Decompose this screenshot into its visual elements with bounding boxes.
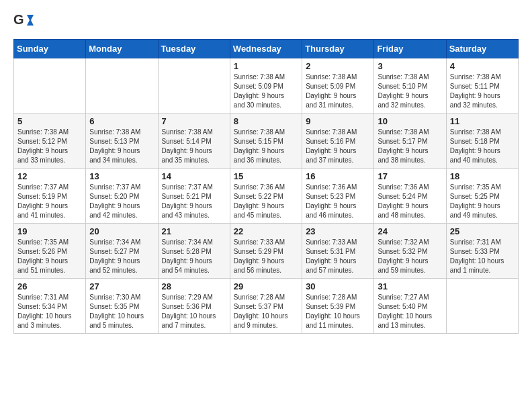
calendar-cell: 9Sunrise: 7:38 AMSunset: 5:16 PMDaylight… [302,113,374,169]
day-number: 9 [306,116,370,126]
calendar-cell: 21Sunrise: 7:34 AMSunset: 5:28 PMDayligh… [158,224,230,279]
calendar-cell [86,58,158,113]
logo-icon: G [13,11,35,32]
day-number: 13 [89,171,154,181]
day-info: Sunrise: 7:38 AMSunset: 5:15 PMDaylight:… [234,128,298,165]
calendar-cell: 28Sunrise: 7:29 AMSunset: 5:36 PMDayligh… [158,279,230,334]
day-number: 11 [450,116,515,126]
day-number: 30 [306,281,370,291]
day-info: Sunrise: 7:35 AMSunset: 5:25 PMDaylight:… [450,183,515,220]
calendar-cell: 1Sunrise: 7:38 AMSunset: 5:09 PMDaylight… [230,58,302,113]
calendar-cell [14,58,86,113]
calendar-cell: 30Sunrise: 7:28 AMSunset: 5:39 PMDayligh… [302,279,374,334]
calendar-cell: 17Sunrise: 7:36 AMSunset: 5:24 PMDayligh… [374,169,446,224]
calendar-cell: 6Sunrise: 7:38 AMSunset: 5:13 PMDaylight… [86,113,158,169]
day-number: 29 [234,281,298,291]
calendar-week-row: 12Sunrise: 7:37 AMSunset: 5:19 PMDayligh… [14,169,519,224]
calendar-cell: 31Sunrise: 7:27 AMSunset: 5:40 PMDayligh… [374,279,446,334]
day-number: 12 [17,171,82,181]
day-number: 23 [306,226,370,236]
calendar-cell: 3Sunrise: 7:38 AMSunset: 5:10 PMDaylight… [374,58,446,113]
calendar-cell: 14Sunrise: 7:37 AMSunset: 5:21 PMDayligh… [158,169,230,224]
day-info: Sunrise: 7:36 AMSunset: 5:23 PMDaylight:… [306,183,370,220]
weekday-header: Saturday [446,40,518,58]
calendar-cell: 19Sunrise: 7:35 AMSunset: 5:26 PMDayligh… [14,224,86,279]
day-info: Sunrise: 7:30 AMSunset: 5:35 PMDaylight:… [89,293,154,330]
calendar-cell: 13Sunrise: 7:37 AMSunset: 5:20 PMDayligh… [86,169,158,224]
day-info: Sunrise: 7:37 AMSunset: 5:19 PMDaylight:… [17,183,82,220]
day-info: Sunrise: 7:38 AMSunset: 5:17 PMDaylight:… [378,128,442,165]
calendar-cell: 12Sunrise: 7:37 AMSunset: 5:19 PMDayligh… [14,169,86,224]
day-info: Sunrise: 7:38 AMSunset: 5:11 PMDaylight:… [450,73,515,110]
calendar-cell: 16Sunrise: 7:36 AMSunset: 5:23 PMDayligh… [302,169,374,224]
weekday-header: Tuesday [158,40,230,58]
day-number: 7 [162,116,226,126]
day-number: 1 [234,61,298,71]
calendar-cell: 20Sunrise: 7:34 AMSunset: 5:27 PMDayligh… [86,224,158,279]
day-number: 15 [234,171,298,181]
day-number: 22 [234,226,298,236]
logo: G [13,11,38,32]
day-number: 8 [234,116,298,126]
calendar-week-row: 5Sunrise: 7:38 AMSunset: 5:12 PMDaylight… [14,113,519,169]
day-number: 3 [378,61,442,71]
day-number: 2 [306,61,370,71]
day-number: 10 [378,116,442,126]
day-number: 25 [450,226,515,236]
calendar-cell: 4Sunrise: 7:38 AMSunset: 5:11 PMDaylight… [446,58,518,113]
page-header: G [13,11,519,32]
day-number: 18 [450,171,515,181]
day-info: Sunrise: 7:32 AMSunset: 5:32 PMDaylight:… [378,238,442,275]
day-number: 16 [306,171,370,181]
day-info: Sunrise: 7:28 AMSunset: 5:39 PMDaylight:… [306,293,370,330]
day-number: 20 [89,226,154,236]
day-info: Sunrise: 7:38 AMSunset: 5:16 PMDaylight:… [306,128,370,165]
calendar-cell [446,279,518,334]
day-number: 14 [162,171,226,181]
calendar-cell: 2Sunrise: 7:38 AMSunset: 5:09 PMDaylight… [302,58,374,113]
weekday-header: Friday [374,40,446,58]
day-info: Sunrise: 7:31 AMSunset: 5:33 PMDaylight:… [450,238,515,275]
svg-text:G: G [13,12,24,27]
day-number: 17 [378,171,442,181]
day-number: 31 [378,281,442,291]
day-info: Sunrise: 7:37 AMSunset: 5:20 PMDaylight:… [89,183,154,220]
calendar-cell: 7Sunrise: 7:38 AMSunset: 5:14 PMDaylight… [158,113,230,169]
day-number: 28 [162,281,226,291]
calendar-cell: 23Sunrise: 7:33 AMSunset: 5:31 PMDayligh… [302,224,374,279]
day-info: Sunrise: 7:31 AMSunset: 5:34 PMDaylight:… [17,293,82,330]
weekday-header: Wednesday [230,40,302,58]
day-number: 6 [89,116,154,126]
day-info: Sunrise: 7:37 AMSunset: 5:21 PMDaylight:… [162,183,226,220]
day-info: Sunrise: 7:33 AMSunset: 5:31 PMDaylight:… [306,238,370,275]
day-info: Sunrise: 7:27 AMSunset: 5:40 PMDaylight:… [378,293,442,330]
day-info: Sunrise: 7:38 AMSunset: 5:10 PMDaylight:… [378,73,442,110]
day-info: Sunrise: 7:38 AMSunset: 5:14 PMDaylight:… [162,128,226,165]
day-info: Sunrise: 7:38 AMSunset: 5:18 PMDaylight:… [450,128,515,165]
day-info: Sunrise: 7:38 AMSunset: 5:13 PMDaylight:… [89,128,154,165]
weekday-header: Monday [86,40,158,58]
day-info: Sunrise: 7:33 AMSunset: 5:29 PMDaylight:… [234,238,298,275]
day-number: 27 [89,281,154,291]
day-info: Sunrise: 7:34 AMSunset: 5:28 PMDaylight:… [162,238,226,275]
calendar-table: SundayMondayTuesdayWednesdayThursdayFrid… [13,39,519,334]
calendar-header: SundayMondayTuesdayWednesdayThursdayFrid… [14,40,519,58]
weekday-header: Sunday [14,40,86,58]
calendar-cell: 25Sunrise: 7:31 AMSunset: 5:33 PMDayligh… [446,224,518,279]
calendar-week-row: 1Sunrise: 7:38 AMSunset: 5:09 PMDaylight… [14,58,519,113]
day-info: Sunrise: 7:38 AMSunset: 5:09 PMDaylight:… [234,73,298,110]
calendar-cell: 22Sunrise: 7:33 AMSunset: 5:29 PMDayligh… [230,224,302,279]
day-info: Sunrise: 7:35 AMSunset: 5:26 PMDaylight:… [17,238,82,275]
calendar-cell: 11Sunrise: 7:38 AMSunset: 5:18 PMDayligh… [446,113,518,169]
calendar-cell: 27Sunrise: 7:30 AMSunset: 5:35 PMDayligh… [86,279,158,334]
calendar-cell: 18Sunrise: 7:35 AMSunset: 5:25 PMDayligh… [446,169,518,224]
day-info: Sunrise: 7:38 AMSunset: 5:12 PMDaylight:… [17,128,82,165]
calendar-cell: 24Sunrise: 7:32 AMSunset: 5:32 PMDayligh… [374,224,446,279]
calendar-cell: 10Sunrise: 7:38 AMSunset: 5:17 PMDayligh… [374,113,446,169]
calendar-week-row: 19Sunrise: 7:35 AMSunset: 5:26 PMDayligh… [14,224,519,279]
svg-marker-1 [27,15,34,26]
day-info: Sunrise: 7:29 AMSunset: 5:36 PMDaylight:… [162,293,226,330]
day-number: 21 [162,226,226,236]
calendar-cell: 8Sunrise: 7:38 AMSunset: 5:15 PMDaylight… [230,113,302,169]
day-number: 4 [450,61,515,71]
